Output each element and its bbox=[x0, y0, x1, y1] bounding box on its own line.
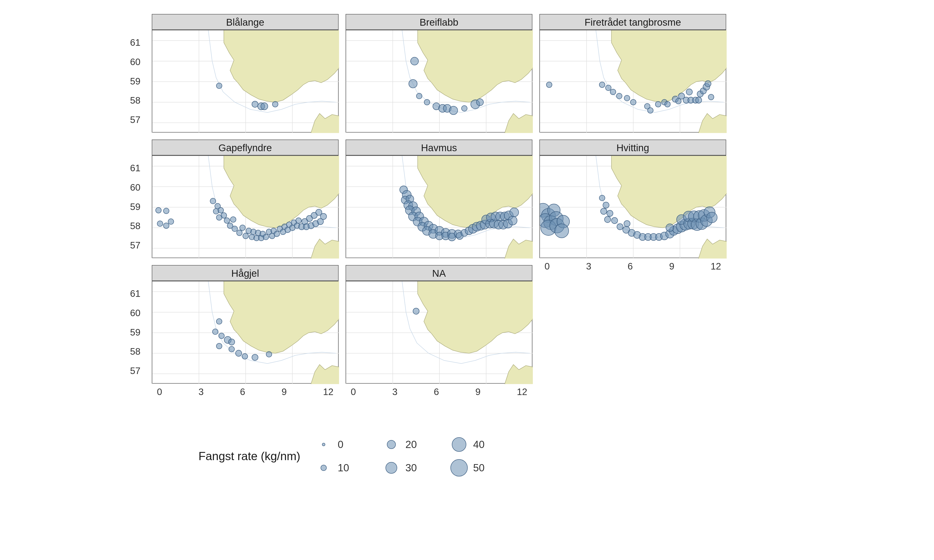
map-svg bbox=[540, 156, 727, 258]
x-tick: 6 bbox=[240, 387, 245, 397]
panel bbox=[345, 155, 532, 258]
facet-title: Blålange bbox=[152, 14, 339, 30]
legend-label: 40 bbox=[473, 438, 484, 450]
data-point bbox=[236, 350, 242, 356]
data-point bbox=[263, 234, 269, 240]
data-point bbox=[252, 354, 258, 360]
y-tick: 58 bbox=[130, 221, 140, 231]
y-axis: 6160595857 bbox=[130, 282, 140, 383]
y-axis: 6160595857 bbox=[130, 156, 140, 258]
y-axis: 6160595857 bbox=[130, 30, 140, 132]
data-point bbox=[675, 98, 681, 104]
chart-figure: Blålange6160595857BreiflabbFiretrådet ta… bbox=[0, 0, 934, 560]
data-point bbox=[647, 108, 653, 113]
x-axis: 036912 bbox=[346, 387, 532, 397]
data-point bbox=[604, 217, 610, 223]
y-tick: 59 bbox=[130, 327, 140, 338]
svg-point-82 bbox=[387, 440, 396, 449]
data-point bbox=[210, 198, 216, 204]
data-point bbox=[216, 343, 222, 349]
facet-title: Hvitting bbox=[539, 140, 726, 155]
x-axis: 036912 bbox=[540, 261, 726, 272]
svg-point-85 bbox=[451, 459, 467, 476]
y-tick: 57 bbox=[130, 240, 140, 251]
data-point bbox=[219, 333, 224, 338]
panel: 6160595857036912 bbox=[152, 281, 339, 384]
data-point bbox=[296, 218, 301, 223]
legend-label: 0 bbox=[338, 438, 343, 450]
x-tick: 0 bbox=[157, 387, 162, 397]
data-point bbox=[218, 208, 223, 213]
x-tick: 9 bbox=[475, 387, 481, 397]
legend-bubble-icon bbox=[450, 458, 469, 477]
data-point bbox=[230, 217, 236, 222]
data-point bbox=[617, 93, 622, 99]
data-point bbox=[252, 101, 258, 107]
facet-title: Firetrådet tangbrosme bbox=[539, 14, 726, 30]
x-tick: 0 bbox=[351, 387, 356, 397]
data-point bbox=[555, 224, 569, 238]
legend-label: 50 bbox=[473, 462, 484, 474]
map-svg bbox=[346, 282, 533, 384]
size-legend: Fangst rate (kg/nm) 01020304050 bbox=[199, 434, 689, 478]
panel: 036912 bbox=[345, 281, 532, 384]
data-point bbox=[232, 226, 237, 231]
data-point bbox=[413, 308, 419, 314]
data-point bbox=[213, 329, 218, 335]
x-axis: 036912 bbox=[152, 387, 338, 397]
facet-row: Blålange6160595857BreiflabbFiretrådet ta… bbox=[152, 14, 759, 132]
data-point bbox=[665, 102, 670, 107]
data-point bbox=[321, 213, 327, 219]
facet-grid: Blålange6160595857BreiflabbFiretrådet ta… bbox=[152, 14, 759, 391]
svg-point-83 bbox=[386, 462, 397, 474]
facet-title: Hågjel bbox=[152, 265, 339, 281]
legend-title: Fangst rate (kg/nm) bbox=[199, 449, 300, 463]
data-point bbox=[266, 351, 272, 357]
panel: 036912 bbox=[539, 155, 726, 258]
facet: Firetrådet tangbrosme bbox=[539, 14, 726, 132]
map-svg bbox=[346, 30, 533, 133]
data-point bbox=[600, 82, 605, 88]
data-point bbox=[229, 346, 234, 352]
data-point bbox=[274, 231, 279, 237]
data-point bbox=[476, 99, 483, 106]
facet-row: Gapeflyndre6160595857HavmusHvitting03691… bbox=[152, 140, 759, 258]
panel: 6160595857 bbox=[152, 30, 339, 132]
data-point bbox=[601, 208, 607, 214]
data-point bbox=[216, 319, 222, 324]
data-point bbox=[624, 95, 630, 101]
x-tick: 6 bbox=[628, 261, 633, 272]
data-point bbox=[606, 85, 611, 91]
facet-title: Breiflabb bbox=[345, 14, 532, 30]
data-point bbox=[216, 83, 222, 89]
legend-bubble-icon bbox=[382, 435, 401, 454]
x-tick: 12 bbox=[711, 261, 721, 272]
legend-item: 50 bbox=[450, 457, 510, 478]
facet: Hvitting036912 bbox=[539, 140, 726, 258]
legend-items: 01020304050 bbox=[314, 434, 510, 478]
legend-item: 0 bbox=[314, 434, 375, 455]
map-svg bbox=[540, 30, 727, 133]
data-point bbox=[603, 202, 609, 208]
facet-row: Hågjel6160595857036912NA036912 bbox=[152, 265, 759, 384]
data-point bbox=[666, 224, 674, 232]
data-point bbox=[508, 216, 517, 225]
data-point bbox=[612, 217, 618, 223]
x-tick: 9 bbox=[282, 387, 287, 397]
legend-item: 40 bbox=[450, 434, 510, 455]
y-tick: 61 bbox=[130, 288, 140, 299]
map-svg bbox=[346, 156, 533, 258]
svg-point-84 bbox=[452, 437, 466, 451]
x-tick: 3 bbox=[392, 387, 398, 397]
legend-label: 30 bbox=[405, 462, 417, 474]
data-point bbox=[224, 218, 230, 223]
legend-bubble-icon bbox=[314, 458, 333, 477]
y-tick: 57 bbox=[130, 115, 140, 125]
x-tick: 12 bbox=[323, 387, 334, 397]
y-tick: 58 bbox=[130, 346, 140, 357]
data-point bbox=[449, 106, 458, 115]
data-point bbox=[273, 102, 278, 107]
y-tick: 59 bbox=[130, 76, 140, 86]
x-tick: 3 bbox=[586, 261, 591, 272]
data-point bbox=[696, 97, 702, 103]
